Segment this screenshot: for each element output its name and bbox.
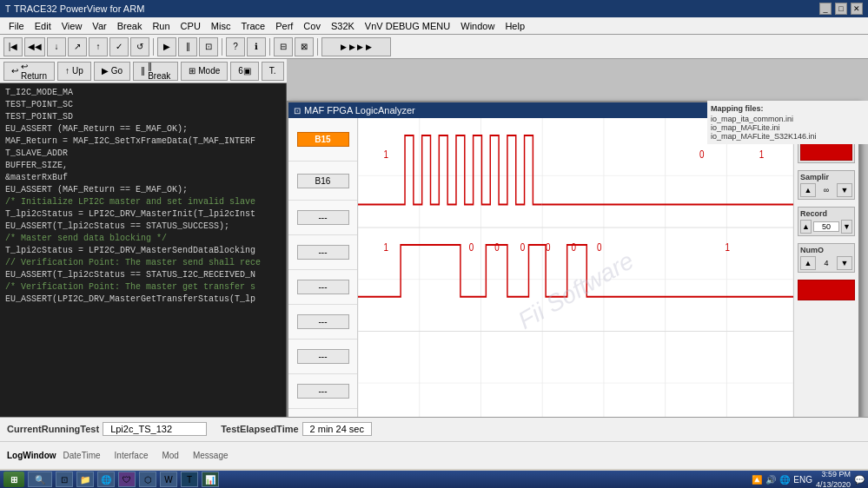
menu-file[interactable]: File (3, 19, 30, 33)
tb-record[interactable]: ⊡ (199, 37, 218, 56)
tb-reset[interactable]: ↺ (130, 37, 149, 56)
log-label: LogWindow (7, 451, 56, 460)
trigger-red-btn[interactable] (800, 143, 852, 161)
la-title-text: MAF FPGA LogicAnalyzer (304, 105, 415, 115)
signal-b15-button[interactable]: B15 (297, 132, 349, 147)
maximize-button[interactable]: □ (835, 3, 847, 15)
menu-view[interactable]: View (56, 19, 88, 33)
red-action-btn[interactable] (798, 280, 855, 300)
nav-toolbar: ↩ ↩ Return ↑ Up ▶ Go ‖ ‖ Break ⊞ Mode 6▣… (0, 59, 287, 83)
log-col-interface: Interface (115, 451, 149, 460)
tb-help[interactable]: ? (226, 37, 245, 56)
svg-text:1: 1 (725, 240, 729, 253)
taskbar-app-2[interactable]: 🌐 (97, 472, 115, 487)
menu-window[interactable]: Window (455, 19, 500, 33)
tb-rewind[interactable]: ◀◀ (24, 37, 45, 56)
taskbar-app-6[interactable]: T (181, 472, 198, 487)
svg-text:0: 0 (520, 240, 526, 253)
signal-s8: --- (288, 374, 357, 409)
signal-b16-button[interactable]: B16 (297, 174, 349, 188)
signal-s8-button[interactable]: --- (297, 384, 349, 399)
menu-misc[interactable]: Misc (206, 19, 236, 33)
return-icon: ↩ (11, 66, 18, 76)
menu-edit[interactable]: Edit (30, 19, 56, 33)
menu-trace[interactable]: Trace (235, 19, 270, 33)
tb-pause[interactable]: ‖ (178, 37, 197, 56)
search-button[interactable]: 🔍 (28, 472, 52, 487)
menu-cov[interactable]: Cov (298, 19, 326, 33)
svg-text:1: 1 (759, 148, 764, 161)
signal-s6-button[interactable]: --- (297, 314, 349, 329)
mode-button[interactable]: ⊞ Mode (181, 62, 228, 81)
menu-run[interactable]: Run (147, 19, 175, 33)
taskbar-app-3[interactable]: 🛡 (118, 472, 136, 487)
tb-step-over[interactable]: ↗ (68, 37, 87, 56)
signal-s7-button[interactable]: --- (297, 349, 349, 364)
record-up[interactable]: ▲ (800, 220, 812, 234)
sampling-up[interactable]: ▲ (800, 183, 816, 197)
tb-count1[interactable]: ⊟ (274, 37, 293, 56)
tb-more[interactable]: ▶ ▶ ▶ ▶ (321, 37, 391, 56)
menu-vnv[interactable]: VnV DEBUG MENU (360, 19, 455, 33)
mapping-label: Mapping files: (711, 104, 865, 113)
return-button[interactable]: ↩ ↩ Return (3, 62, 55, 81)
menu-cpu[interactable]: CPU (176, 19, 206, 33)
waveform-display: Fii Software (358, 118, 793, 464)
menu-var[interactable]: Var (87, 19, 111, 33)
tray-icon-1[interactable]: 🔼 (752, 475, 762, 485)
minimize-button[interactable]: _ (819, 3, 832, 15)
taskbar-app-1[interactable]: 📁 (76, 472, 94, 487)
signal-labels-panel: B15 B16 --- --- --- --- (288, 118, 358, 464)
record-down[interactable]: ▼ (841, 220, 852, 234)
tb-step-into[interactable]: ↓ (47, 37, 66, 56)
tray-icon-2[interactable]: 🔊 (765, 475, 776, 485)
numo-val: 4 (818, 259, 835, 267)
record-input[interactable] (813, 221, 839, 232)
svg-text:0: 0 (546, 240, 551, 253)
sampling-row: ▲ ∞ ▼ (800, 183, 852, 197)
break-button[interactable]: ‖ ‖ Break (133, 62, 178, 81)
menu-perf[interactable]: Perf (270, 19, 298, 33)
start-icon: ⊞ (10, 475, 17, 485)
tb-count2[interactable]: ⊠ (295, 37, 314, 56)
numo-down[interactable]: ▼ (837, 256, 852, 270)
taskbar-app-4[interactable]: ⬡ (139, 472, 156, 487)
menu-s32k[interactable]: S32K (326, 19, 360, 33)
app-icon: T (5, 4, 10, 14)
task-view-button[interactable]: ⊡ (56, 472, 73, 487)
tb-go[interactable]: ✓ (109, 37, 129, 56)
mapping-file-2: io_map_MAFLite.ini (711, 123, 865, 132)
signal-s3-button[interactable]: --- (297, 210, 349, 225)
taskbar-app-5[interactable]: W (160, 472, 177, 487)
tb-play[interactable]: ▶ (157, 37, 176, 56)
close-button[interactable]: ✕ (851, 3, 863, 15)
notification-icon[interactable]: 💬 (854, 475, 865, 485)
menu-help[interactable]: Help (500, 19, 530, 33)
numo-up[interactable]: ▲ (800, 256, 816, 270)
taskbar-right: 🔼 🔊 🌐 ENG 3:59 PM 4/13/2020 💬 (752, 469, 865, 488)
tb-step-back[interactable]: |◀ (3, 37, 23, 56)
extra-button[interactable]: 6▣ (230, 62, 259, 81)
sampling-down[interactable]: ▼ (837, 183, 852, 197)
signal-s4-button[interactable]: --- (297, 245, 349, 260)
signal-s4: --- (288, 235, 357, 270)
elapsed-label: TestElapsedTime (221, 424, 298, 434)
up-button[interactable]: ↑ Up (57, 62, 91, 81)
break-icon: ‖ (141, 66, 145, 76)
start-button[interactable]: ⊞ (3, 472, 24, 487)
mapping-files-area: Mapping files: io_map_ita_common.ini io_… (707, 101, 868, 144)
go-button[interactable]: ▶ Go (94, 62, 130, 81)
signal-s7: --- (288, 340, 357, 374)
separator4 (317, 38, 318, 56)
la-window: ⊡ MAF FPGA LogicAnalyzer _ □ ✕ B15 B16 (287, 101, 860, 465)
signal-s5-button[interactable]: --- (297, 280, 349, 294)
tray-icon-3[interactable]: 🌐 (779, 475, 790, 485)
tb-info[interactable]: ℹ (247, 37, 266, 56)
more-nav-btn[interactable]: T. (262, 62, 284, 81)
tb-step-out[interactable]: ↑ (89, 37, 108, 56)
menu-break[interactable]: Break (112, 19, 148, 33)
mapping-file-1: io_map_ita_common.ini (711, 115, 865, 123)
status-area: CurrentRunningTest Lpi2c_TS_132 TestElap… (0, 417, 868, 469)
taskbar-app-7[interactable]: 📊 (202, 472, 219, 487)
log-col-message: Message (193, 451, 229, 460)
